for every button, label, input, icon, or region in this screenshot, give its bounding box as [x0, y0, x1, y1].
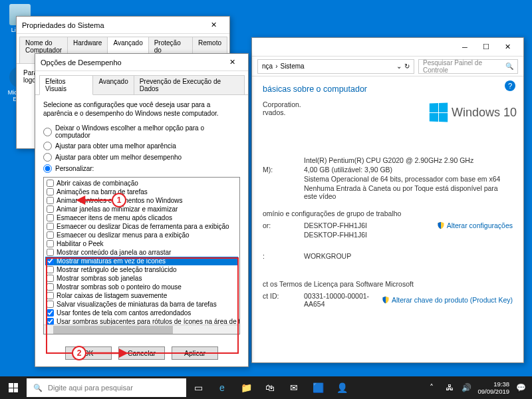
explorer-icon[interactable]: 📁: [234, 376, 258, 399]
effect-checkbox[interactable]: [47, 231, 54, 239]
effect-label: Usar fontes de tela com cantos arredonda…: [57, 309, 191, 317]
ok-button[interactable]: OK: [65, 346, 112, 360]
effect-checkbox-row[interactable]: Abrir caixas de combinação: [45, 179, 238, 188]
radio-best-appearance[interactable]: Ajustar para obter uma melhor aparência: [43, 142, 240, 150]
close-button[interactable]: ✕: [497, 40, 518, 55]
tab-advanced[interactable]: Avançado: [92, 75, 134, 94]
search-icon: 🔍: [33, 384, 43, 392]
titlebar[interactable]: Propriedades do Sistema ✕: [17, 17, 229, 34]
effect-checkbox[interactable]: [47, 180, 54, 187]
change-settings-link[interactable]: Alterar configurações: [437, 221, 513, 229]
effect-label: Animar janelas ao minimizar e maximizar: [57, 205, 178, 213]
effect-checkbox[interactable]: [47, 301, 54, 308]
tab-visual-effects[interactable]: Efeitos Visuais: [39, 75, 93, 95]
effect-checkbox[interactable]: [47, 197, 54, 204]
effect-label: Mostrar sombras sob janelas: [57, 275, 142, 282]
pen-touch-value: Nenhuma Entrada à Caneta ou por Toque es…: [304, 184, 513, 200]
cancel-button[interactable]: Cancelar: [118, 346, 165, 360]
effect-checkbox[interactable]: [47, 249, 54, 256]
close-button[interactable]: ✕: [221, 55, 243, 70]
window-title: Propriedades do Sistema: [22, 21, 203, 29]
effect-checkbox[interactable]: [47, 223, 54, 230]
effect-checkbox[interactable]: [47, 309, 54, 317]
apply-button[interactable]: Aplicar: [172, 346, 218, 360]
radio-best-performance[interactable]: Ajustar para obter um melhor desempenho: [43, 153, 240, 162]
effect-checkbox-row[interactable]: Animar janelas ao minimizar e maximizar: [45, 205, 238, 213]
tab-dep[interactable]: Prevenção de Execução de Dados: [134, 75, 245, 94]
workgroup-value: WORKGROUP: [304, 252, 513, 260]
effect-checkbox[interactable]: [47, 205, 54, 213]
effect-checkbox-row[interactable]: Mostrar conteúdo da janela ao arrastar: [45, 248, 238, 257]
app-icon[interactable]: 👤: [330, 376, 354, 399]
notifications-icon[interactable]: 💬: [516, 383, 525, 392]
effect-label: Mostrar conteúdo da janela ao arrastar: [57, 249, 171, 256]
mail-icon[interactable]: ✉: [282, 376, 306, 399]
effect-checkbox-row[interactable]: Animações na barra de tarefas: [45, 188, 238, 196]
effect-label: Animações na barra de tarefas: [57, 188, 148, 196]
effect-label: Esmaecer ou deslizar Dicas de ferramenta…: [57, 223, 229, 230]
effect-checkbox-row[interactable]: Rolar caixas de listagem suavemente: [45, 291, 238, 300]
edge-icon[interactable]: e: [210, 376, 234, 399]
effect-checkbox-row[interactable]: Mostrar retângulo de seleção translúcido: [45, 265, 238, 274]
effect-checkbox-row[interactable]: Habilitar o Peek: [45, 239, 238, 248]
search-input[interactable]: Pesquisar Painel de Controle 🔍: [418, 59, 518, 74]
horizontal-scrollbar[interactable]: [44, 325, 239, 334]
effect-checkbox-row[interactable]: Esmaecer itens de menu após clicados: [45, 213, 238, 222]
effect-checkbox[interactable]: [47, 266, 54, 273]
close-button[interactable]: ✕: [203, 18, 224, 33]
help-icon[interactable]: ?: [505, 80, 515, 91]
effect-checkbox[interactable]: [47, 240, 54, 247]
toolbar: nça› Sistema ⌄↻ Pesquisar Painel de Cont…: [252, 57, 523, 76]
windows-logo: Windows 10: [429, 103, 517, 122]
performance-options-dialog: Opções de Desempenho ✕ Efeitos Visuais A…: [35, 53, 249, 367]
app-icon[interactable]: 🟦: [306, 376, 330, 399]
radio-custom[interactable]: Personalizar:: [43, 164, 240, 173]
tab-bar: Efeitos Visuais Avançado Prevenção de Ex…: [35, 71, 248, 95]
effect-label: Salvar visualizações de miniaturas da ba…: [57, 301, 217, 308]
effect-checkbox-row[interactable]: Esmaecer ou deslizar menus para a exibiç…: [45, 231, 238, 239]
effect-checkbox-row[interactable]: Usar fontes de tela com cantos arredonda…: [45, 309, 238, 317]
effect-checkbox-row[interactable]: Mostrar sombras sob janelas: [45, 274, 238, 283]
effect-checkbox[interactable]: [47, 275, 54, 282]
change-product-key-link[interactable]: Alterar chave do produto (Product Key): [382, 292, 513, 308]
titlebar[interactable]: ─ ☐ ✕: [252, 38, 523, 57]
effect-checkbox[interactable]: [47, 292, 54, 299]
effect-checkbox-row[interactable]: Salvar visualizações de miniaturas da ba…: [45, 300, 238, 309]
effect-checkbox-row[interactable]: Mostrar sombras sob o ponteiro do mouse: [45, 283, 238, 291]
clock[interactable]: 19:38 09/09/2019: [477, 380, 509, 396]
system-info-window: ─ ☐ ✕ nça› Sistema ⌄↻ Pesquisar Painel d…: [251, 37, 524, 363]
effect-label: Esmaecer ou deslizar menus para a exibiç…: [57, 231, 190, 239]
section-heading: omínio e configurações de grupo de traba…: [263, 209, 513, 217]
effect-checkbox[interactable]: [47, 214, 54, 221]
effect-label: Abrir caixas de combinação: [57, 180, 138, 187]
effect-checkbox-row[interactable]: Animar controles e elementos no Windows: [45, 196, 238, 205]
effect-label: Habilitar o Peek: [57, 240, 104, 247]
effect-checkbox[interactable]: [47, 283, 54, 291]
effect-label: Mostrar miniaturas em vez de ícones: [57, 257, 166, 265]
activation-text: ct os Termos de Licença para Software Mi…: [263, 280, 513, 288]
system-type-value: Sistema Operacional de 64 bits, processa…: [304, 175, 513, 183]
start-button[interactable]: [0, 376, 27, 399]
chevron-up-icon[interactable]: ˄: [430, 383, 439, 392]
maximize-button[interactable]: ☐: [475, 40, 497, 55]
effect-checkbox[interactable]: [47, 188, 54, 196]
effects-listbox[interactable]: Abrir caixas de combinaçãoAnimações na b…: [43, 177, 240, 334]
ram-value: 4,00 GB (utilizável: 3,90 GB): [304, 166, 513, 174]
titlebar[interactable]: Opções de Desempenho ✕: [35, 54, 248, 71]
window-title: Opções de Desempenho: [41, 59, 221, 66]
breadcrumb[interactable]: nça› Sistema ⌄↻: [257, 59, 414, 74]
effect-label: Esmaecer itens de menu após clicados: [57, 214, 172, 221]
computer-name: DESKTOP-FHH1J6I: [304, 221, 437, 229]
network-icon[interactable]: 🖧: [446, 383, 455, 392]
task-view-icon[interactable]: ▭: [186, 376, 210, 399]
effect-label: Mostrar retângulo de seleção translúcido: [57, 266, 177, 273]
search-icon: 🔍: [505, 63, 513, 70]
effect-checkbox-row[interactable]: Mostrar miniaturas em vez de ícones: [45, 257, 238, 265]
store-icon[interactable]: 🛍: [258, 376, 282, 399]
effect-checkbox[interactable]: [47, 257, 54, 265]
radio-let-windows[interactable]: Deixar o Windows escolher a melhor opção…: [43, 124, 240, 139]
effect-checkbox-row[interactable]: Esmaecer ou deslizar Dicas de ferramenta…: [45, 222, 238, 231]
minimize-button[interactable]: ─: [454, 40, 475, 55]
volume-icon[interactable]: 🔊: [462, 383, 471, 392]
taskbar-search[interactable]: 🔍 Digite aqui para pesquisar: [27, 378, 186, 397]
